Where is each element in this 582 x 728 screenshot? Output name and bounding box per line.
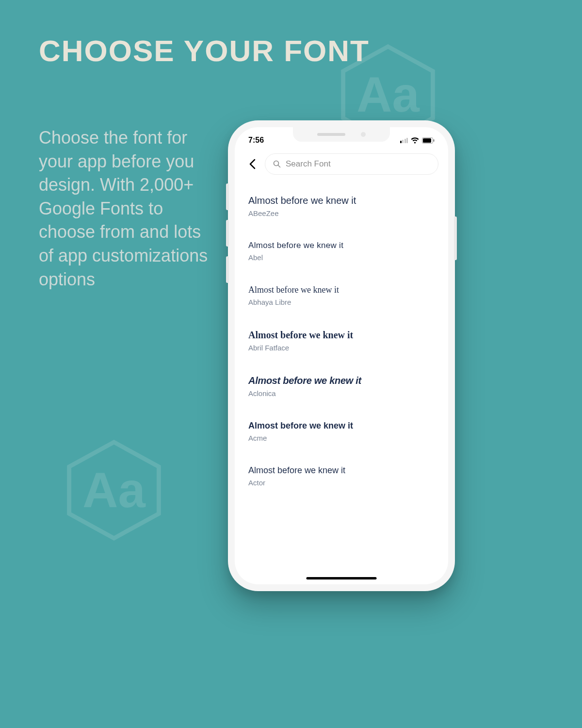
svg-rect-5: [423, 138, 431, 143]
font-name-label: Aclonica: [248, 389, 435, 397]
wifi-icon: [411, 137, 419, 144]
phone-mockup: 7:56: [228, 120, 455, 591]
font-preview-text: Almost before we knew it: [248, 285, 435, 295]
search-icon: [273, 160, 281, 168]
font-preview-text: Almost before we knew it: [248, 465, 435, 476]
font-item[interactable]: Almost before we knew itAbel: [248, 229, 435, 273]
marketing-title: CHOOSE YOUR FONT: [39, 35, 370, 66]
svg-text:Aa: Aa: [82, 463, 146, 517]
marketing-subtitle: Choose the font for your app before you …: [39, 126, 213, 291]
battery-icon: [422, 137, 435, 144]
home-indicator[interactable]: [307, 577, 377, 579]
font-hexagon-icon: Aa: [61, 437, 167, 544]
font-list[interactable]: Almost before we knew itABeeZeeAlmost be…: [235, 183, 448, 498]
signal-icon: [400, 137, 408, 143]
font-item[interactable]: Almost before we knew itAcme: [248, 409, 435, 454]
font-item[interactable]: Almost before we knew itActor: [248, 454, 435, 498]
back-button[interactable]: [244, 156, 260, 172]
font-preview-text: Almost before we knew it: [248, 195, 435, 206]
svg-text:Aa: Aa: [356, 67, 420, 122]
svg-line-8: [278, 165, 280, 167]
font-item[interactable]: Almost before we knew itAbril Fatface: [248, 318, 435, 364]
search-row: [235, 149, 448, 183]
phone-screen: 7:56: [235, 127, 448, 584]
font-preview-text: Almost before we knew it: [248, 330, 435, 341]
font-item[interactable]: Almost before we knew itABeeZee: [248, 183, 435, 229]
font-name-label: Abel: [248, 253, 435, 262]
chevron-left-icon: [249, 159, 256, 169]
font-item[interactable]: Almost before we knew itAclonica: [248, 364, 435, 409]
phone-notch: [293, 127, 390, 142]
font-name-label: Abhaya Libre: [248, 298, 435, 306]
font-preview-text: Almost before we knew it: [248, 241, 435, 250]
font-name-label: ABeeZee: [248, 209, 435, 217]
font-name-label: Actor: [248, 479, 435, 487]
search-input[interactable]: [286, 159, 430, 169]
font-preview-text: Almost before we knew it: [248, 421, 435, 431]
font-item[interactable]: Almost before we knew itAbhaya Libre: [248, 273, 435, 318]
search-field[interactable]: [265, 153, 438, 175]
font-name-label: Acme: [248, 434, 435, 442]
font-name-label: Abril Fatface: [248, 344, 435, 352]
status-time: 7:56: [248, 136, 264, 145]
font-preview-text: Almost before we knew it: [248, 375, 435, 386]
svg-rect-6: [434, 139, 435, 142]
